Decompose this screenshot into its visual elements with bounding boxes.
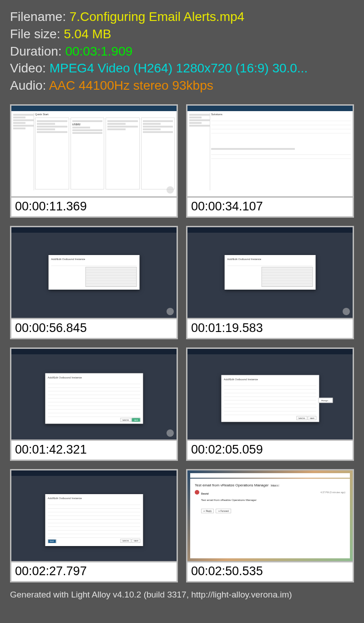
solutions-title: Solutions	[211, 113, 351, 116]
thumbnail-cell[interactable]: Add/Edit Outbound Instance Manage... CAN…	[186, 347, 354, 461]
play-icon	[343, 308, 350, 315]
file-info-header: Filename: 7.Configuring Email Alerts.mp4…	[0, 0, 364, 99]
filesize-value: 5.04 MB	[64, 27, 111, 41]
dialog-title: Add/Edit Outbound Instance	[48, 376, 140, 379]
email-subject: Test email from vRealize Operations Mana…	[195, 483, 268, 487]
timestamp-label: 00:02:27.797	[10, 562, 178, 582]
email-body: Test email from vRealize Operations Mana…	[201, 499, 345, 501]
timestamp-label: 00:00:56.845	[10, 319, 178, 339]
video-label: Video:	[10, 61, 50, 75]
timestamp-label: 00:00:11.369	[10, 198, 178, 218]
thumbnail-cell[interactable]: Test email from vRealize Operations Mana…	[186, 469, 354, 582]
dialog-title: Add/Edit Outbound Instance	[48, 497, 140, 500]
timestamp-label: 00:01:42.321	[10, 441, 178, 461]
timestamp-label: 00:00:34.107	[186, 198, 354, 218]
dialog-title: Add/Edit Outbound Instance	[227, 258, 313, 260]
save-button[interactable]: SAVE	[132, 418, 140, 422]
thumbnail-image: Test email from vRealize Operations Mana…	[186, 469, 354, 562]
cancel-button[interactable]: CANCEL	[120, 418, 131, 422]
audio-value: AAC 44100Hz stereo 93kbps	[49, 78, 213, 92]
thumbnail-image: Add/Edit Outbound Instance CANCEL SAVE	[10, 347, 178, 441]
video-value: MPEG4 Video (H264) 1280x720 (16:9) 30.0.…	[50, 61, 308, 75]
filename-label: Filename:	[10, 10, 70, 24]
filesize-row: File size: 5.04 MB	[10, 26, 354, 43]
test-button[interactable]: TEST	[48, 539, 56, 543]
video-row: Video: MPEG4 Video (H264) 1280x720 (16:9…	[10, 60, 354, 77]
thumbnail-cell[interactable]: Solutions 00:00:34.107	[186, 104, 354, 218]
timestamp-label: 00:02:50.535	[186, 562, 354, 582]
cancel-button[interactable]: CANCEL	[120, 539, 131, 543]
filename-row: Filename: 7.Configuring Email Alerts.mp4	[10, 8, 354, 26]
thumbnail-image: Add/Edit Outbound Instance Manage... CAN…	[186, 347, 354, 441]
filename-value: 7.Configuring Email Alerts.mp4	[70, 10, 244, 24]
thumbnail-cell[interactable]: Add/Edit Outbound Instance TEST CANCEL S…	[10, 469, 178, 582]
thumbnail-grid: Quick Start US$82 00:00:11.369	[0, 99, 364, 587]
dialog-title: Add/Edit Outbound Instance	[224, 378, 316, 381]
thumbnail-image: Solutions	[186, 104, 354, 198]
thumbnail-cell[interactable]: Quick Start US$82 00:00:11.369	[10, 104, 178, 218]
thumbnail-image: Add/Edit Outbound Instance TEST CANCEL S…	[10, 469, 178, 562]
reply-button[interactable]: ↩ Reply	[201, 509, 214, 513]
email-sender: David	[201, 492, 208, 495]
save-button[interactable]: SAVE	[132, 539, 140, 543]
audio-label: Audio:	[10, 78, 49, 92]
filesize-label: File size:	[10, 27, 64, 41]
thumbnail-cell[interactable]: Add/Edit Outbound Instance CANCEL SAVE 0…	[10, 347, 178, 461]
thumbnail-image: Quick Start US$82	[10, 104, 178, 198]
timestamp-label: 00:02:05.059	[186, 441, 354, 461]
duration-row: Duration: 00:03:1.909	[10, 43, 354, 60]
save-button[interactable]: SAVE	[308, 416, 316, 420]
dialog-title: Add/Edit Outbound Instance	[51, 258, 137, 260]
cancel-button[interactable]: CANCEL	[296, 416, 307, 420]
thumbnail-image: Add/Edit Outbound Instance	[186, 226, 354, 319]
duration-value: 00:03:1.909	[65, 44, 132, 58]
play-icon	[167, 429, 174, 437]
play-icon	[167, 186, 174, 194]
inbox-tag: Inbox x	[270, 484, 280, 487]
audio-row: Audio: AAC 44100Hz stereo 93kbps	[10, 77, 354, 94]
play-icon	[167, 308, 174, 315]
duration-label: Duration:	[10, 44, 65, 58]
avatar-icon	[195, 490, 199, 495]
thumbnail-cell[interactable]: Add/Edit Outbound Instance 00:01:19.583	[186, 226, 354, 339]
timestamp-label: 00:01:19.583	[186, 319, 354, 339]
email-time: 4:37 PM (0 minutes ago)	[320, 491, 345, 494]
dashboard-title: Quick Start	[35, 113, 175, 116]
thumbnail-cell[interactable]: Add/Edit Outbound Instance 00:00:56.845	[10, 226, 178, 339]
footer-text: Generated with Light Alloy v4.10.2 (buil…	[0, 587, 364, 606]
thumbnail-image: Add/Edit Outbound Instance	[10, 226, 178, 319]
forward-button[interactable]: ↪ Forward	[216, 509, 231, 513]
